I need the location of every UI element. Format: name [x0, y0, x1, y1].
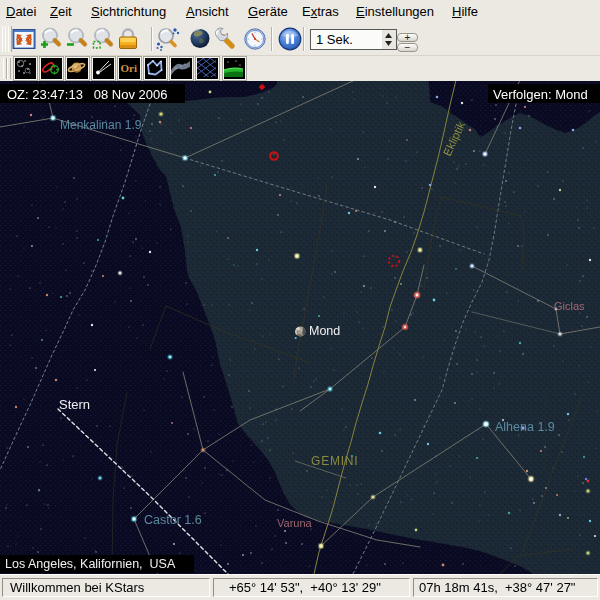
svg-text:Mond: Mond: [309, 324, 340, 338]
svg-text:Castor 1.6: Castor 1.6: [144, 513, 202, 527]
svg-text:OZ: 23:47:13 08 Nov 2006: OZ: 23:47:13 08 Nov 2006: [7, 87, 167, 102]
svg-text:Menkalinan 1.9: Menkalinan 1.9: [60, 118, 142, 132]
svg-text:Ori: Ori: [121, 62, 138, 74]
svg-text:Verfolgen: Mond: Verfolgen: Mond: [493, 87, 588, 102]
svg-text:GEMINI: GEMINI: [311, 454, 358, 468]
svg-text:Alhena 1.9: Alhena 1.9: [495, 420, 555, 434]
svg-text:Stern: Stern: [59, 397, 90, 412]
svg-text:Giclas: Giclas: [554, 300, 585, 312]
svg-text:Varuna: Varuna: [277, 517, 313, 529]
svg-text:Los Angeles, Kalifornien, USA: Los Angeles, Kalifornien, USA: [5, 557, 176, 571]
